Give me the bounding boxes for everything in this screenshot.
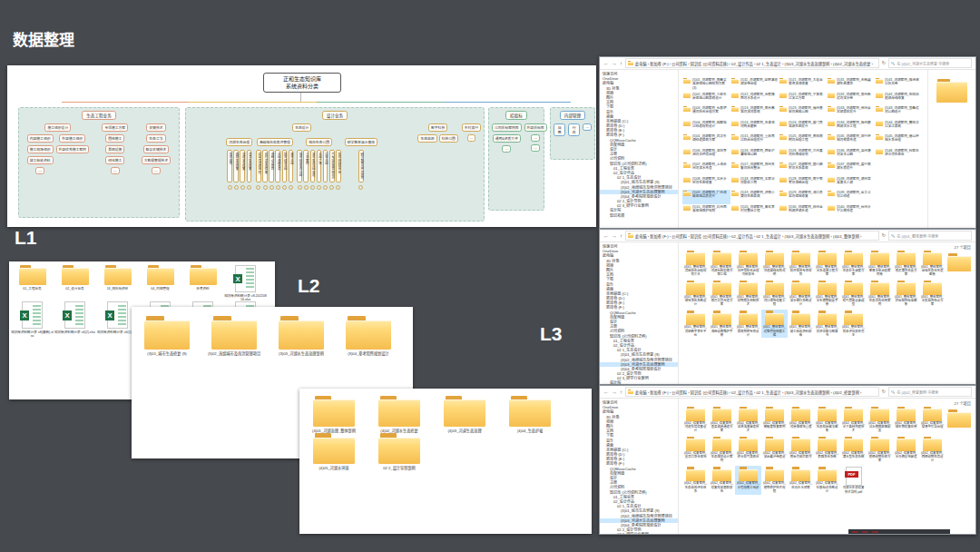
- refresh-icon[interactable]: ↻: [882, 233, 886, 238]
- file-item[interactable]: (5)39_河湖案例_金华义乌江绿道: [827, 190, 875, 204]
- file-item[interactable]: 02 2_设计导则案例: [367, 433, 432, 470]
- file-item[interactable]: (4)02_修复案例_修复效果跟踪报告: [709, 466, 735, 494]
- file-item[interactable]: (5)02_河湖案例_三亚东岸湿地公园景观设计: [682, 92, 730, 106]
- file-item[interactable]: (4)03_河道生态治理: [432, 396, 497, 433]
- file-item[interactable]: X知识库资料统计表 v6(2).xlsx: [54, 301, 96, 338]
- file-item[interactable]: (5)25_河湖案例_贵阳南明河治理工程: [779, 133, 827, 148]
- file-item[interactable]: 参考资料: [181, 265, 224, 301]
- file-item[interactable]: (5)21_河湖案例_大连金普湾滨海修复: [779, 77, 827, 92]
- file-item[interactable]: (4)02_修复案例_深潭浅滩营造技术: [735, 406, 761, 433]
- file-item[interactable]: (4)01_整体案例_运维管理制度汇编: [761, 310, 788, 337]
- file-item[interactable]: 03_招投标资料: [96, 265, 139, 301]
- file-item[interactable]: (5)17_河湖案例_郑州贾鲁河综合整治: [730, 162, 779, 176]
- file-item[interactable]: (5)44_河湖案例_襄阳汉江滨江景观: [875, 120, 923, 134]
- file-item[interactable]: (4)02_修复案例_支流口净化湿地: [682, 436, 709, 463]
- forward-button[interactable]: →: [612, 233, 617, 239]
- file-item[interactable]: (5)19_河湖案例_济南小清河生态景观: [730, 190, 779, 204]
- file-item[interactable]: (4)02_修复案例_科普标识系统设计: [814, 466, 840, 494]
- file-item[interactable]: (4)01_整体案例_水生植物配置手册: [814, 280, 840, 307]
- file-item[interactable]: (4)01_整体案例_湿地净化系统设计: [682, 280, 709, 307]
- file-item[interactable]: (5)22_河湖案例_宁波甬江滨江方案: [779, 92, 827, 106]
- file-item[interactable]: (3)04_参考院所规划设计: [335, 316, 402, 356]
- file-item[interactable]: (3)02_海绵城市及雨洪管理项目: [201, 316, 268, 356]
- file-item[interactable]: (4)02_修复案例_河漫滩湿地重建: [788, 406, 814, 433]
- file-item[interactable]: (4)01_整体案例_水系连通工程方案: [814, 250, 840, 277]
- file-item[interactable]: (5)18_河湖案例_太原汾河景区三期: [730, 176, 779, 191]
- file-item[interactable]: (5)42_河湖案例_岳阳洞庭湖岸线修复: [875, 92, 923, 106]
- file-item[interactable]: (4)02_修复案例_生态监测评估体系: [682, 466, 709, 494]
- file-item[interactable]: (4)02_修复案例_水下森林构建技术: [840, 406, 867, 433]
- file-item[interactable]: (5)26_河湖案例_兰州黄河风情线规划: [779, 148, 827, 163]
- file-item[interactable]: (4)01_整体案例_滨水慢行系统设计: [788, 280, 814, 307]
- file-item[interactable]: (5)40_河湖案例_台州永宁江闸改造: [827, 204, 875, 219]
- file-item[interactable]: (3)03_河湖水生态治理案例: [268, 316, 335, 356]
- file-item[interactable]: (3)01_城市生态修复 (9): [133, 316, 201, 356]
- file-item[interactable]: (4)01_整体案例_生态浮岛应用案例: [867, 280, 893, 307]
- file-item[interactable]: (4)02_修复案例_面源污染拦截沟: [788, 436, 814, 463]
- file-item[interactable]: (4)02_修复案例_微生物修复应用: [893, 406, 919, 433]
- forward-button[interactable]: →: [612, 389, 617, 395]
- file-item[interactable]: (4)02_修复案例_鱼类洄游通道方案: [709, 406, 735, 433]
- up-button[interactable]: ↑: [620, 233, 622, 239]
- breadcrumb[interactable]: 此电脑 › 新加卷 (F:) › 公司资料 › 知识库 (公司资料迁移) › 0…: [625, 58, 879, 68]
- file-item[interactable]: (4)01_整体案例_河口湿地修复工程: [761, 280, 788, 307]
- file-item[interactable]: (4)01_整体案例_黑臭水体治理案例集: [867, 250, 893, 277]
- file-item[interactable]: (5)15_河湖案例_重庆两江四岸治理提升: [730, 133, 779, 148]
- file-item[interactable]: (5)08_河湖案例_北京永定河生态修复: [682, 176, 730, 191]
- file-item[interactable]: (4)05_河湖水环境: [301, 433, 367, 470]
- file-item[interactable]: PDF河湖水生态修复技术导则.pdf: [840, 466, 867, 494]
- search-input[interactable]: 🔍在 (4)02_修复案例 中搜索: [888, 387, 972, 397]
- file-item[interactable]: (4)01_整体案例_雨污分流改造方案: [709, 280, 735, 307]
- file-item[interactable]: (5)43_河湖案例_宜昌运河公园设计: [875, 105, 923, 120]
- up-button[interactable]: ↑: [620, 61, 622, 66]
- file-item[interactable]: (4)04_生态护坡: [497, 396, 563, 433]
- file-item[interactable]: (5)01_河湖案例_南昌艾溪湖湿地公园规划方案 (3): [682, 77, 730, 92]
- forward-button[interactable]: →: [612, 61, 617, 66]
- file-item[interactable]: (4)01_整体案例_河道蓝线规划说明: [761, 250, 788, 277]
- file-item[interactable]: X知识库资料统计表 v8-20220816.xlsx: [224, 265, 267, 301]
- file-item[interactable]: (5)34_河湖案例_扬州瘦西湖活水工程: [827, 120, 875, 134]
- file-item[interactable]: (5)36_河湖案例_温州塘河滨水公园: [827, 148, 875, 163]
- file-item[interactable]: (4)01_整体案例_流域综合治理规划文本: [682, 250, 709, 277]
- file-item[interactable]: (5)27_河湖案例_银川典农河水系景观: [779, 162, 827, 176]
- file-item[interactable]: (4)02_修复案例_两栖动物生境设计: [919, 436, 946, 463]
- search-input[interactable]: 🔍在 (4)02_河湖水生态修复 中搜索: [888, 58, 972, 68]
- file-item[interactable]: (4)01_整体案例_初期雨水控制技术: [735, 280, 761, 307]
- file-item[interactable]: (4)01_整体案例_海绵设施维护手册: [709, 310, 735, 337]
- file-item[interactable]: (4)02_修复案例_跌水曝气景观化: [735, 436, 761, 463]
- back-button[interactable]: ←: [603, 233, 609, 239]
- sidebar-item[interactable]: 02 3_研学行业案例: [600, 532, 678, 534]
- file-item[interactable]: (4)02_修复案例_底栖动物投放方案: [867, 436, 893, 463]
- file-item[interactable]: (5)23_河湖案例_福州晋安河串珠公园: [779, 105, 827, 120]
- up-button[interactable]: ↑: [620, 389, 622, 395]
- file-item[interactable]: (5)03_河湖案例_长春伊通河综合治理方案: [682, 105, 730, 120]
- file-item[interactable]: (5)13_河湖案例_南京秦淮河滨河景观: [730, 105, 779, 120]
- file-item[interactable]: X知识库资料统计表 v8(最新).xlsx: [11, 301, 54, 338]
- file-item[interactable]: (4)01_整体案例_岸线生态化改造图集: [919, 250, 946, 277]
- file-item[interactable]: (4)01_整体案例_水环境综合治理可研报告: [735, 250, 761, 277]
- file-item[interactable]: (4)02_修复案例_生态驳岸做法图集: [814, 406, 840, 433]
- file-item[interactable]: (4)02_修复案例_食藻虫引导治理: [919, 406, 946, 433]
- file-item[interactable]: (4)01_整体案例_河湖长制实施方案汇编: [709, 250, 735, 277]
- file-item[interactable]: (5)07_河湖案例_上海苏州河滨水改造: [682, 162, 730, 176]
- file-item[interactable]: (5)29_河湖案例_海口美舍河湿地修复: [779, 190, 827, 204]
- file-item[interactable]: (5)41_河湖案例_株洲湘江风光带: [875, 77, 923, 92]
- breadcrumb[interactable]: 此电脑 › 新加卷 (F:) › 公司资料 › 知识库 (公司资料迁移) › 0…: [625, 231, 879, 241]
- file-item[interactable]: (5)46_河湖案例_石家庄滹沱河生态区: [875, 148, 923, 163]
- file-item[interactable]: (4)01_整体案例_防洪排涝专项规划: [788, 250, 814, 277]
- file-item[interactable]: 01_工程业务: [11, 265, 54, 301]
- file-item[interactable]: (4)02_修复案例_水鸟栖息地营造: [893, 436, 919, 463]
- file-item[interactable]: (4)02_修复案例_旁路净化系统: [814, 436, 840, 463]
- file-item[interactable]: (4)01_整体案例_底泥清淤处置方案: [893, 250, 919, 277]
- file-item[interactable]: (4)02_修复案例_清水型生态系统: [840, 436, 867, 463]
- file-item[interactable]: (5)20_河湖案例_青岛李村河整治工程: [730, 204, 779, 219]
- file-item[interactable]: (4)01_整体案例_水质监测布点方案: [919, 280, 946, 307]
- file-item[interactable]: 04_内部管理: [139, 265, 181, 301]
- file-item[interactable]: (5)09_河湖案例_广州海珠湿地品质提升: [682, 190, 730, 204]
- file-item[interactable]: (5)16_河湖案例_西安浐灞湿地公园: [730, 148, 779, 163]
- file-item[interactable]: (5)24_河湖案例_厦门筼筜湖生态提升: [779, 120, 827, 134]
- file-item[interactable]: (5)28_河湖案例_南宁那考河海绵治理: [779, 176, 827, 191]
- back-button[interactable]: ←: [603, 389, 609, 395]
- file-item[interactable]: (5)35_河湖案例_绍兴环城河夜景改造: [827, 133, 875, 148]
- file-item[interactable]: (5)33_河湖案例_徐州云龙湖景区提升: [827, 105, 875, 120]
